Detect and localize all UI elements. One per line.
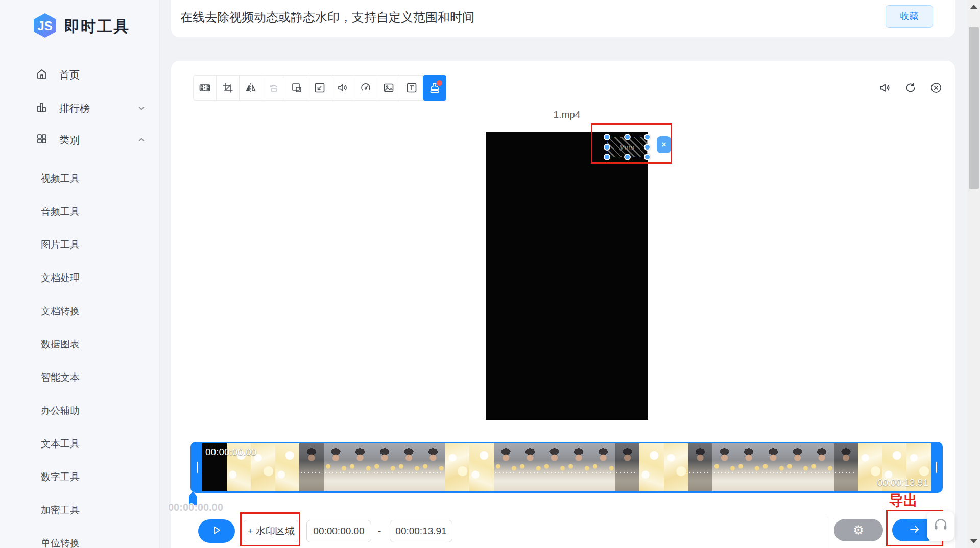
timeline-frame[interactable] bbox=[324, 443, 348, 491]
category-item-text-tools[interactable]: 文本工具 bbox=[41, 438, 80, 450]
timeline-frame[interactable] bbox=[688, 443, 712, 491]
sidebar-item-label: 排行榜 bbox=[59, 102, 90, 115]
mute-icon[interactable] bbox=[878, 81, 892, 96]
home-icon bbox=[36, 68, 48, 83]
timeline-frame[interactable] bbox=[712, 443, 737, 491]
timeline-frame[interactable] bbox=[397, 443, 421, 491]
timeline-frame[interactable] bbox=[639, 443, 664, 491]
timeline-frame[interactable] bbox=[761, 443, 785, 491]
remove-region-button[interactable]: × bbox=[657, 136, 671, 153]
sidebar-item-categories[interactable]: 类别 bbox=[36, 133, 80, 147]
refresh-icon[interactable] bbox=[904, 81, 917, 96]
timeline-frame[interactable] bbox=[348, 443, 372, 491]
resize-handle-bottom-left[interactable] bbox=[604, 154, 610, 160]
image-icon[interactable] bbox=[377, 75, 400, 101]
timeline-frames[interactable] bbox=[202, 443, 931, 491]
speed-icon[interactable] bbox=[354, 75, 377, 101]
scroll-up-arrow-icon[interactable] bbox=[968, 1, 980, 12]
flip-icon[interactable] bbox=[239, 75, 262, 101]
timeline-strip: 00:00:00.00 00:00:13.91 bbox=[190, 442, 943, 493]
playhead-time-label: 00:00:00.00 bbox=[168, 502, 223, 513]
timeline-frame[interactable] bbox=[299, 443, 324, 491]
customer-support-button[interactable] bbox=[927, 511, 954, 541]
timeline-frame[interactable] bbox=[566, 443, 591, 491]
settings-button[interactable]: ⚙ bbox=[834, 519, 883, 541]
timeline-frame[interactable] bbox=[469, 443, 494, 491]
grid-icon bbox=[36, 133, 48, 147]
resize-handle-top-center[interactable] bbox=[624, 134, 631, 140]
timeline-frame[interactable] bbox=[834, 443, 858, 491]
page-scrollbar[interactable] bbox=[968, 0, 980, 548]
scrollbar-thumb[interactable] bbox=[969, 27, 979, 189]
resize-handle-bottom-center[interactable] bbox=[624, 154, 631, 160]
headset-icon bbox=[933, 517, 949, 535]
video-filename: 1.mp4 bbox=[498, 109, 636, 120]
timeline-frame[interactable] bbox=[591, 443, 615, 491]
timeline-frame[interactable] bbox=[494, 443, 518, 491]
timeline-frame[interactable] bbox=[736, 443, 761, 491]
watermark-selection-region[interactable]: Vimi bbox=[607, 137, 648, 157]
timeline-frame[interactable] bbox=[421, 443, 445, 491]
category-item-doc-process[interactable]: 文档处理 bbox=[41, 272, 80, 284]
text-icon[interactable] bbox=[400, 75, 423, 101]
favorite-button[interactable]: 收藏 bbox=[886, 5, 933, 28]
editor-panel: 1.mp4 00:00:00.00 00:00:13.91 00:00:00.0… bbox=[171, 61, 955, 548]
scroll-down-arrow-icon[interactable] bbox=[968, 536, 980, 547]
logo-icon: JS bbox=[32, 12, 58, 41]
resize-handle-top-left[interactable] bbox=[604, 134, 610, 140]
chevron-up-icon[interactable] bbox=[137, 135, 146, 146]
sidebar-item-home[interactable]: 首页 bbox=[36, 68, 80, 83]
timeline-frame[interactable] bbox=[445, 443, 470, 491]
volume-icon[interactable] bbox=[331, 75, 354, 101]
category-item-data-chart[interactable]: 数据图表 bbox=[41, 339, 80, 350]
add-watermark-region-button[interactable]: + 水印区域 bbox=[244, 520, 298, 542]
trim-icon[interactable] bbox=[193, 75, 217, 101]
start-time-input[interactable]: 00:00:00.00 bbox=[306, 520, 371, 542]
preview-controls bbox=[878, 81, 943, 96]
resize-handle-mid-left[interactable] bbox=[604, 144, 610, 151]
sidebar: JS 即时工具 首页 排行榜 bbox=[0, 0, 160, 548]
watermark-stamp-icon[interactable] bbox=[423, 75, 446, 101]
timeline-right-handle[interactable] bbox=[931, 443, 941, 491]
category-item-number-tools[interactable]: 数字工具 bbox=[41, 471, 80, 483]
timeline-left-handle[interactable] bbox=[192, 443, 202, 491]
video-preview[interactable] bbox=[486, 132, 648, 420]
scale-icon[interactable] bbox=[308, 75, 331, 101]
category-item-office[interactable]: 办公辅助 bbox=[41, 405, 80, 416]
resize-handle-bottom-right[interactable] bbox=[644, 154, 651, 160]
timeline-frame[interactable] bbox=[785, 443, 810, 491]
close-circle-icon[interactable] bbox=[929, 81, 943, 96]
category-item-smart-text[interactable]: 智能文本 bbox=[41, 372, 80, 383]
resize-icon[interactable] bbox=[285, 75, 308, 101]
play-button[interactable] bbox=[198, 519, 235, 543]
export-hint-text: 导出 bbox=[889, 491, 945, 510]
app-logo[interactable]: JS 即时工具 bbox=[32, 12, 130, 41]
timeline-frame[interactable] bbox=[615, 443, 640, 491]
timeline-end-time: 00:00:13.91 bbox=[877, 477, 928, 488]
category-item-video[interactable]: 视频工具 bbox=[41, 173, 80, 184]
bar-chart-icon bbox=[36, 101, 48, 116]
category-item-image[interactable]: 图片工具 bbox=[41, 239, 80, 251]
resize-handle-top-right[interactable] bbox=[644, 134, 651, 140]
category-item-unit-convert[interactable]: 单位转换 bbox=[41, 538, 80, 548]
chevron-down-icon[interactable] bbox=[137, 104, 146, 115]
arrow-right-icon bbox=[909, 523, 921, 537]
play-icon bbox=[211, 525, 222, 537]
rotate-icon[interactable] bbox=[262, 75, 285, 101]
timeline-frame[interactable] bbox=[275, 443, 300, 491]
timeline-frame[interactable] bbox=[664, 443, 688, 491]
end-time-input[interactable]: 00:00:13.91 bbox=[390, 520, 452, 542]
resize-handle-mid-right[interactable] bbox=[644, 144, 651, 151]
crop-icon[interactable] bbox=[216, 75, 240, 101]
category-item-doc-convert[interactable]: 文档转换 bbox=[41, 306, 80, 317]
timeline-frame[interactable] bbox=[809, 443, 834, 491]
timeline-frame[interactable] bbox=[518, 443, 542, 491]
svg-text:JS: JS bbox=[37, 19, 52, 33]
category-item-crypto-tools[interactable]: 加密工具 bbox=[41, 505, 80, 516]
sidebar-item-label: 首页 bbox=[59, 68, 80, 82]
category-item-audio[interactable]: 音频工具 bbox=[41, 206, 80, 217]
sidebar-item-ranking[interactable]: 排行榜 bbox=[36, 101, 90, 116]
controls-divider bbox=[826, 516, 826, 548]
timeline-frame[interactable] bbox=[372, 443, 397, 491]
timeline-frame[interactable] bbox=[542, 443, 567, 491]
